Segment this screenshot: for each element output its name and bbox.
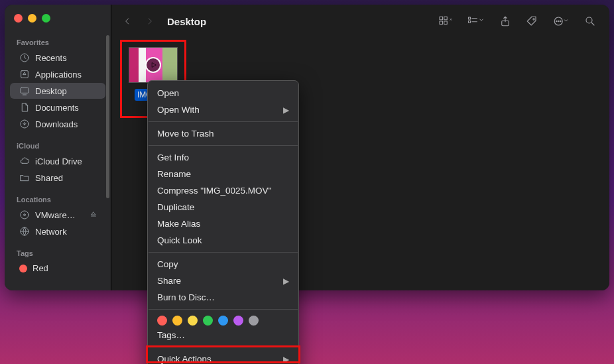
- play-icon: [145, 57, 161, 73]
- context-menu: Open Open With▶ Move to Trash Get Info R…: [147, 80, 299, 364]
- sidebar-item-tag-red[interactable]: Red: [10, 261, 105, 276]
- menu-separator: [149, 252, 298, 253]
- menu-item-burn[interactable]: Burn to Disc…: [148, 289, 298, 306]
- maximize-button[interactable]: [42, 14, 50, 23]
- forward-button[interactable]: [142, 12, 158, 30]
- chevron-right-icon: ▶: [283, 105, 289, 115]
- tag-color-orange[interactable]: [172, 316, 182, 326]
- menu-label: Quick Look: [157, 235, 202, 245]
- menu-item-open-with[interactable]: Open With▶: [148, 101, 298, 118]
- svg-rect-9: [440, 21, 443, 25]
- menu-item-duplicate[interactable]: Duplicate: [148, 199, 298, 215]
- menu-separator: [149, 145, 298, 146]
- sidebar-item-label: Applications: [35, 70, 82, 80]
- menu-label: Quick Actions: [157, 354, 212, 364]
- sidebar-item-label: Network: [35, 227, 67, 237]
- menu-item-rename[interactable]: Rename: [148, 166, 298, 182]
- window-title: Desktop: [167, 16, 432, 27]
- search-button[interactable]: [583, 14, 597, 29]
- document-icon: [19, 102, 30, 113]
- minimize-button[interactable]: [28, 14, 36, 23]
- menu-separator: [149, 121, 298, 122]
- svg-point-16: [556, 21, 558, 22]
- svg-point-17: [558, 21, 560, 22]
- toolbar: Desktop: [111, 5, 609, 38]
- menu-label: Burn to Disc…: [157, 292, 215, 302]
- tag-color-blue[interactable]: [218, 316, 228, 326]
- tag-color-row: [148, 313, 298, 327]
- sidebar-item-label: iCloud Drive: [35, 156, 82, 166]
- tag-color-yellow[interactable]: [188, 316, 198, 326]
- menu-item-get-info[interactable]: Get Info: [148, 149, 298, 166]
- menu-item-make-alias[interactable]: Make Alias: [148, 215, 298, 232]
- sidebar-item-label: Recents: [35, 53, 67, 63]
- tag-color-red[interactable]: [157, 316, 167, 326]
- sidebar-item-label: VMware…: [35, 210, 76, 220]
- menu-separator: [149, 347, 298, 347]
- sidebar-item-label: Red: [32, 263, 48, 273]
- eject-icon[interactable]: [88, 210, 99, 220]
- sidebar-item-vmware[interactable]: VMware…: [10, 207, 105, 223]
- section-header: iCloud: [5, 137, 111, 152]
- svg-rect-1: [21, 71, 29, 78]
- tag-color-green[interactable]: [203, 316, 213, 326]
- sidebar-item-label: Shared: [35, 173, 63, 183]
- menu-label: Rename: [157, 169, 191, 179]
- sidebar-item-downloads[interactable]: Downloads: [10, 116, 105, 132]
- sidebar-item-label: Downloads: [35, 119, 78, 129]
- scrollbar[interactable]: [106, 35, 109, 198]
- cloud-icon: [19, 156, 30, 166]
- sidebar-item-recents[interactable]: Recents: [10, 50, 105, 66]
- menu-label: Open With: [157, 105, 200, 115]
- download-icon: [19, 119, 30, 129]
- menu-separator: [149, 309, 298, 310]
- finder-window: Favorites Recents Applications Desktop D…: [5, 5, 609, 290]
- menu-item-tags[interactable]: Tags…: [148, 327, 298, 343]
- sidebar-item-desktop[interactable]: Desktop: [10, 83, 105, 99]
- clock-icon: [19, 52, 30, 63]
- tag-color-purple[interactable]: [233, 316, 243, 326]
- sidebar-section-locations: Locations VMware… Network: [5, 189, 111, 243]
- section-header: Favorites: [5, 33, 111, 49]
- menu-item-quick-look[interactable]: Quick Look: [148, 232, 298, 249]
- desktop-icon: [19, 86, 30, 96]
- view-icons-button[interactable]: [438, 14, 453, 29]
- sidebar-item-shared[interactable]: Shared: [10, 170, 105, 186]
- menu-item-share[interactable]: Share▶: [148, 273, 298, 289]
- sidebar-item-icloud-drive[interactable]: iCloud Drive: [10, 153, 105, 169]
- sidebar-item-label: Documents: [35, 103, 79, 113]
- svg-point-18: [560, 21, 562, 22]
- chevron-right-icon: ▶: [283, 355, 289, 364]
- svg-point-5: [24, 214, 26, 216]
- back-button[interactable]: [119, 12, 135, 30]
- toolbar-right-group: [438, 14, 597, 29]
- sidebar-item-network[interactable]: Network: [10, 223, 105, 239]
- menu-item-quick-actions[interactable]: Quick Actions▶: [148, 351, 298, 364]
- sidebar-item-applications[interactable]: Applications: [10, 66, 105, 82]
- sidebar-item-documents[interactable]: Documents: [10, 99, 105, 115]
- menu-item-open[interactable]: Open: [148, 85, 298, 101]
- tags-button[interactable]: [524, 14, 539, 29]
- section-header: Tags: [5, 244, 111, 260]
- svg-rect-7: [440, 17, 443, 20]
- svg-point-19: [586, 17, 592, 23]
- action-menu-button[interactable]: [551, 14, 571, 29]
- menu-item-trash[interactable]: Move to Trash: [148, 125, 298, 142]
- section-header: Locations: [5, 190, 111, 206]
- group-by-button[interactable]: [465, 14, 486, 29]
- menu-label: Share: [157, 276, 181, 286]
- close-button[interactable]: [14, 14, 23, 23]
- menu-item-compress[interactable]: Compress "IMG_0025.MOV": [148, 182, 298, 199]
- sidebar-item-label: Desktop: [35, 86, 67, 96]
- applications-icon: [19, 69, 30, 80]
- share-button[interactable]: [498, 14, 513, 29]
- svg-rect-12: [469, 21, 471, 23]
- tag-color-gray[interactable]: [249, 316, 259, 326]
- sidebar-section-favorites: Favorites Recents Applications Desktop D…: [5, 32, 111, 135]
- sidebar-section-icloud: iCloud iCloud Drive Shared: [5, 135, 111, 189]
- disk-icon: [19, 210, 30, 220]
- menu-item-copy[interactable]: Copy: [148, 256, 298, 273]
- menu-label: Compress "IMG_0025.MOV": [157, 186, 271, 196]
- network-icon: [19, 226, 30, 237]
- svg-rect-8: [444, 17, 448, 20]
